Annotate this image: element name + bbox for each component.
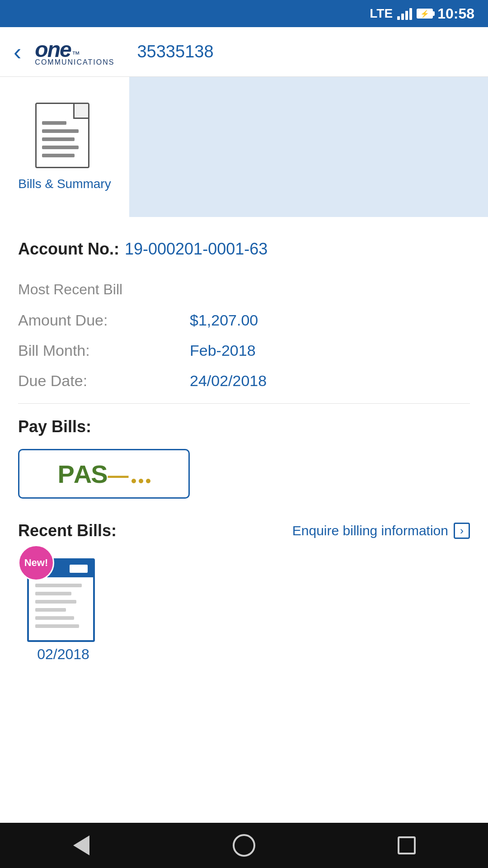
amount-due-row: Amount Due: $1,207.00	[18, 311, 470, 329]
android-back-button[interactable]	[63, 827, 99, 863]
signal-bar-3	[405, 11, 408, 20]
signal-bar-2	[401, 14, 404, 20]
bill-doc-line-6	[35, 624, 79, 628]
pay-bills-label: Pay Bills:	[18, 417, 470, 436]
status-bar: LTE ⚡ 10:58	[0, 0, 488, 27]
doc-lines	[37, 104, 88, 163]
header-account-number: 35335138	[137, 42, 213, 61]
enquire-billing-text: Enquire billing information	[292, 523, 448, 538]
android-back-icon	[73, 835, 89, 855]
document-icon	[35, 103, 89, 168]
menu-rest	[131, 77, 488, 217]
bill-doc-line-3	[35, 600, 76, 604]
android-recents-icon	[398, 836, 416, 854]
back-button[interactable]: ‹	[14, 40, 21, 64]
recent-bills-label: Recent Bills:	[18, 521, 117, 540]
pas-dots	[131, 479, 150, 489]
bills-summary-icon	[35, 103, 94, 170]
pas-dot-3	[146, 479, 150, 483]
logo: one ™ COMMUNICATIONS	[35, 37, 114, 66]
bill-month-key: Bill Month:	[18, 342, 190, 359]
due-date-key: Due Date:	[18, 372, 190, 390]
pas-logo: P A S —	[57, 459, 150, 489]
signal-bars-icon	[397, 7, 412, 20]
menu-section: Bills & Summary	[0, 77, 488, 217]
bill-doc-line-5	[35, 616, 74, 620]
bill-doc-lines	[29, 577, 93, 634]
signal-bar-4	[409, 8, 412, 20]
bill-date: 02/2018	[37, 646, 89, 663]
pas-a-letter: A	[74, 459, 91, 489]
android-recents-button[interactable]	[389, 827, 425, 863]
amount-due-value: $1,207.00	[190, 311, 258, 329]
bill-item[interactable]: New! 02/2018	[18, 554, 108, 663]
due-date-row: Due Date: 24/02/2018	[18, 372, 470, 390]
amount-due-key: Amount Due:	[18, 311, 190, 329]
battery-bolt-icon: ⚡	[420, 9, 429, 18]
enquire-billing-link[interactable]: Enquire billing information ›	[292, 523, 470, 539]
logo-wrapper: one ™ COMMUNICATIONS	[35, 37, 114, 66]
pas-dot-1	[131, 479, 136, 483]
bill-doc-header-rect	[70, 565, 88, 573]
pas-payment-button[interactable]: P A S —	[18, 449, 190, 499]
time-display: 10:58	[437, 5, 474, 22]
battery-icon: ⚡	[417, 9, 433, 19]
divider-1	[18, 403, 470, 404]
most-recent-bill-label: Most Recent Bill	[18, 281, 470, 298]
bill-doc-line-2	[35, 592, 71, 595]
lte-icon: LTE	[370, 6, 393, 21]
due-date-value: 24/02/2018	[190, 372, 267, 390]
enquire-arrow-icon: ›	[454, 523, 470, 539]
doc-line-2	[42, 129, 79, 133]
bill-doc-line-1	[35, 584, 82, 587]
account-label: Account No.:	[18, 240, 119, 259]
doc-line-4	[42, 146, 79, 149]
bills-summary-label: Bills & Summary	[18, 177, 111, 191]
android-home-icon	[233, 834, 255, 857]
pas-p-letter: P	[57, 459, 73, 489]
pas-dot-2	[139, 479, 143, 483]
signal-bar-1	[397, 16, 400, 20]
bill-doc-wrapper: New!	[27, 554, 99, 640]
logo-communications: COMMUNICATIONS	[35, 58, 114, 66]
pas-dash: —	[108, 459, 129, 487]
bill-doc-line-4	[35, 608, 66, 612]
new-badge: New!	[18, 545, 54, 581]
doc-line-1	[42, 121, 66, 125]
recent-bills-row: Recent Bills: Enquire billing informatio…	[18, 521, 470, 540]
account-value: 19-000201-0001-63	[125, 240, 267, 259]
doc-line-5	[42, 154, 75, 157]
pas-s-letter: S	[91, 459, 107, 489]
android-nav-bar	[0, 823, 488, 868]
doc-line-3	[42, 137, 75, 141]
bill-month-row: Bill Month: Feb-2018	[18, 342, 470, 359]
bill-month-value: Feb-2018	[190, 342, 256, 359]
android-home-button[interactable]	[226, 827, 262, 863]
bills-summary-menu-item[interactable]: Bills & Summary	[0, 77, 131, 217]
main-content: Account No.: 19-000201-0001-63 Most Rece…	[0, 217, 488, 685]
top-nav: ‹ one ™ COMMUNICATIONS 35335138	[0, 27, 488, 77]
logo-tm: ™	[72, 50, 80, 59]
account-number-row: Account No.: 19-000201-0001-63	[18, 240, 470, 259]
status-icons: LTE ⚡ 10:58	[370, 5, 474, 22]
